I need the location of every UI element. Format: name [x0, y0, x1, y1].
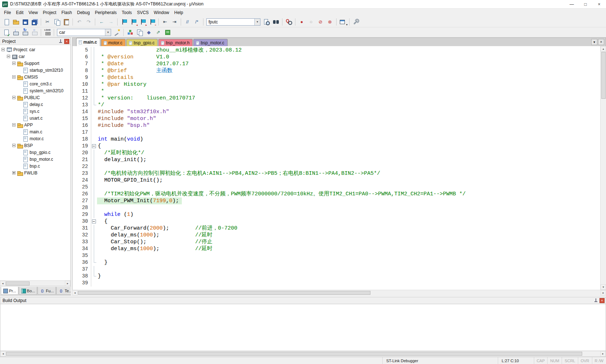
line-number[interactable]: 24 — [73, 177, 91, 184]
scroll-left-icon[interactable]: ◂ — [0, 351, 6, 356]
rebuild-all-button[interactable] — [21, 28, 30, 37]
line-number[interactable]: 17 — [73, 129, 91, 136]
code-line-11[interactable]: 11 * — [73, 88, 600, 95]
menu-flash[interactable]: Flash — [59, 9, 74, 16]
uncomment-selection-button[interactable]: /* — [192, 18, 201, 26]
tree-item-startup-stm32f10[interactable]: startup_stm32f10 — [0, 67, 70, 74]
code-line-32[interactable]: 32 delay_ms(1000); //延时 — [73, 232, 600, 239]
code-line-36[interactable]: 36 } — [73, 259, 600, 266]
code-line-27[interactable]: 27 Motor_PWM_Init(7199,0); — [73, 197, 600, 204]
tree-item-bsp-gpio-c[interactable]: bsp_gpio.c — [0, 149, 70, 156]
line-number[interactable]: 37 — [73, 266, 91, 273]
line-number[interactable]: 6 — [73, 54, 91, 61]
tree-item-bsp-motor-c[interactable]: bsp_motor.c — [0, 156, 70, 163]
line-number[interactable]: 33 — [73, 239, 91, 245]
tree-expander-icon[interactable] — [12, 144, 16, 147]
menu-help[interactable]: Help — [172, 9, 186, 16]
code-area[interactable]: 5 zhou__mi移植修改，2023.08.126 * @version V1… — [73, 46, 600, 290]
code-line-12[interactable]: 12 * version: liusen_20170717 — [73, 95, 600, 102]
menu-tools[interactable]: Tools — [119, 9, 135, 16]
code-line-31[interactable]: 31 Car_Forward(2000); //前进，0-7200 — [73, 225, 600, 232]
menu-debug[interactable]: Debug — [75, 9, 92, 16]
line-number[interactable]: 20 — [73, 150, 91, 156]
manage-rte-button[interactable] — [163, 28, 172, 37]
pin-icon[interactable] — [593, 298, 598, 303]
target-combo-dropdown-icon[interactable]: ▾ — [105, 29, 111, 36]
scrollbar-track[interactable] — [78, 290, 601, 296]
line-number[interactable]: 12 — [73, 95, 91, 102]
line-number[interactable]: 38 — [73, 273, 91, 280]
code-line-24[interactable]: 24 MOTOR_GPIO_Init(); — [73, 177, 600, 184]
code-line-25[interactable]: 25 — [73, 184, 600, 191]
tree-expander-icon[interactable] — [12, 75, 16, 79]
line-number[interactable]: 27 — [73, 197, 91, 204]
tree-item-app[interactable]: APP — [0, 121, 70, 128]
scroll-down-icon[interactable]: ▾ — [601, 284, 606, 290]
line-number[interactable]: 34 — [73, 245, 91, 252]
code-line-10[interactable]: 10 * @par History — [73, 81, 600, 88]
select-software-packs-button[interactable]: ◆ — [144, 28, 153, 37]
enable-disable-breakpoint-button[interactable]: ○ — [307, 18, 316, 26]
scrollbar-track[interactable] — [601, 52, 606, 284]
code-line-8[interactable]: 8 * @brief 主函数 — [73, 67, 600, 74]
code-line-29[interactable]: 29 while (1) — [73, 211, 600, 218]
line-number[interactable]: 15 — [73, 115, 91, 122]
line-number[interactable]: 11 — [73, 88, 91, 95]
kill-all-breakpoints-button[interactable]: ⊗ — [325, 18, 334, 26]
tree-item-support[interactable]: Support — [0, 60, 70, 67]
code-line-21[interactable]: 21 delay_init(); — [73, 156, 600, 163]
code-line-13[interactable]: 13*/ — [73, 102, 600, 108]
editor-tab-bsp_gpio-c[interactable]: bsp_gpio.c — [126, 39, 158, 46]
code-line-26[interactable]: 26 /*TIM2初始化PWM，驱动电机并改变速度，不分频，PWM频率72000… — [73, 191, 600, 197]
translate-file-button[interactable] — [2, 28, 11, 37]
menu-project[interactable]: Project — [40, 9, 59, 16]
scroll-right-icon[interactable]: ▸ — [601, 290, 606, 296]
navigate-forward-button[interactable]: → — [106, 18, 115, 26]
scroll-left-icon[interactable]: ◂ — [72, 290, 78, 296]
editor-tab-bsp_motor-h[interactable]: bsp_motor.h — [158, 39, 193, 46]
code-line-37[interactable]: 37 — [73, 266, 600, 273]
batch-build-button[interactable] — [30, 28, 39, 37]
menu-edit[interactable]: Edit — [13, 9, 26, 16]
code-line-9[interactable]: 9 * @details — [73, 74, 600, 81]
line-number[interactable]: 14 — [73, 108, 91, 115]
code-line-14[interactable]: 14#include "stm32f10x.h" — [73, 108, 600, 115]
find-button[interactable] — [271, 18, 280, 26]
scroll-right-icon[interactable]: ▸ — [600, 351, 606, 356]
undo-button[interactable]: ↶ — [75, 18, 84, 26]
redo-button[interactable]: ↷ — [84, 18, 93, 26]
line-number[interactable]: 31 — [73, 225, 91, 232]
close-file-button[interactable]: × — [598, 39, 604, 45]
tree-item-system-stm32f10[interactable]: system_stm32f10 — [0, 87, 70, 94]
project-panel-hscrollbar[interactable]: ◂ ▸ — [0, 280, 70, 286]
scrollbar-thumb[interactable] — [6, 281, 30, 285]
tree-item-public[interactable]: PUBLIC — [0, 94, 70, 101]
insert-breakpoint-button[interactable]: ● — [297, 18, 306, 26]
clear-bookmarks-button[interactable]: × — [148, 18, 157, 26]
line-number[interactable]: 19 — [73, 143, 91, 150]
save-button[interactable] — [21, 18, 30, 26]
panel-tab-functions[interactable]: {}Fu... — [38, 287, 56, 295]
build-output-close-button[interactable]: × — [600, 298, 605, 303]
line-number[interactable]: 8 — [73, 67, 91, 74]
code-line-16[interactable]: 16#include "bsp.h" — [73, 122, 600, 129]
build-output-hscrollbar[interactable]: ◂ ▸ — [0, 351, 606, 357]
line-number[interactable]: 28 — [73, 204, 91, 211]
editor-tab-bsp_motor-c[interactable]: bsp_motor.c — [193, 39, 227, 46]
tree-item-project-car[interactable]: Project: car — [0, 46, 70, 53]
editor-hscrollbar[interactable]: ◂ ▸ — [72, 290, 606, 296]
tree-expander-icon[interactable] — [12, 96, 16, 99]
code-line-6[interactable]: 6 * @version V1.0 — [73, 54, 600, 61]
build-target-button[interactable] — [11, 28, 20, 37]
line-number[interactable]: 9 — [73, 74, 91, 81]
menu-peripherals[interactable]: Peripherals — [92, 9, 119, 16]
copy-button[interactable] — [52, 18, 61, 26]
line-number[interactable]: 7 — [73, 61, 91, 67]
code-line-19[interactable]: 19{ — [73, 143, 600, 150]
options-for-target-button[interactable] — [113, 28, 122, 37]
code-line-20[interactable]: 20 /*延时初始化*/ — [73, 150, 600, 156]
menu-svcs[interactable]: SVCS — [135, 9, 152, 16]
code-line-5[interactable]: 5 zhou__mi移植修改，2023.08.12 — [73, 47, 600, 54]
save-all-button[interactable] — [30, 18, 39, 26]
panel-tab-books[interactable]: Bo... — [19, 287, 38, 295]
